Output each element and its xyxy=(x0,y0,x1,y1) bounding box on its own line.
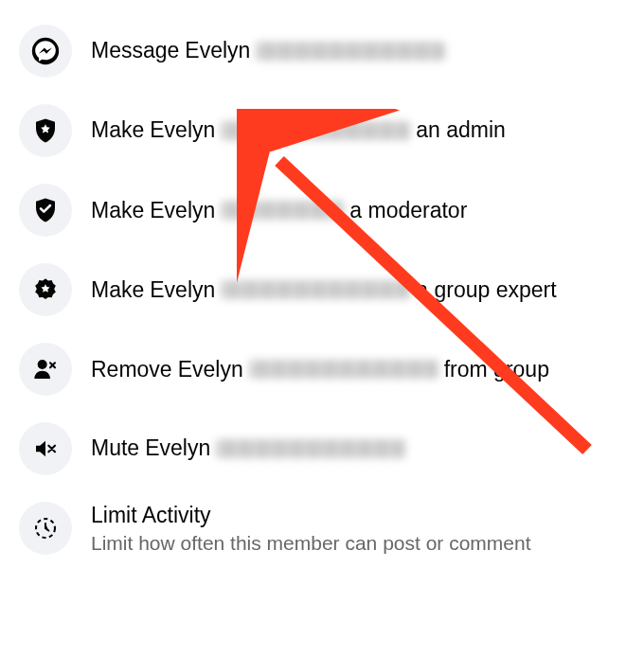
member-name: Evelyn xyxy=(185,37,250,65)
message-member-item[interactable]: Message Evelyn xyxy=(0,11,644,91)
redacted-surname xyxy=(221,201,344,220)
mute-member-item[interactable]: Mute Evelyn xyxy=(0,409,644,488)
redacted-surname xyxy=(256,42,445,61)
member-actions-menu: Message Evelyn Make Evelyn an admin Make… xyxy=(0,0,644,579)
member-name: Evelyn xyxy=(145,435,210,463)
moderator-suffix: a moderator xyxy=(349,198,467,223)
remove-member-item[interactable]: Remove Evelyn from group xyxy=(0,329,644,409)
shield-check-icon xyxy=(19,184,72,237)
redacted-surname xyxy=(221,280,410,299)
message-prefix: Message xyxy=(91,37,179,65)
limit-activity-item[interactable]: Limit Activity Limit how often this memb… xyxy=(0,488,644,568)
make-expert-item[interactable]: Make Evelyn a group expert xyxy=(0,250,644,329)
badge-star-icon xyxy=(19,263,72,316)
member-name: Evelyn xyxy=(150,277,215,303)
messenger-icon xyxy=(19,25,72,78)
make-admin-item[interactable]: Make Evelyn an admin xyxy=(0,91,644,170)
member-name: Evelyn xyxy=(150,116,215,145)
remove-prefix: Remove xyxy=(91,357,172,382)
admin-suffix: an admin xyxy=(416,116,506,145)
person-x-icon xyxy=(19,343,72,396)
speaker-mute-icon xyxy=(19,422,72,475)
limit-title: Limit Activity xyxy=(91,503,531,528)
remove-suffix: from group xyxy=(444,357,549,382)
shield-star-icon xyxy=(19,104,72,157)
redacted-surname xyxy=(216,439,405,458)
expert-prefix: Make xyxy=(91,277,144,303)
expert-suffix: a group expert xyxy=(416,277,556,303)
redacted-surname xyxy=(249,360,438,379)
admin-prefix: Make xyxy=(91,116,144,145)
moderator-prefix: Make xyxy=(91,198,144,223)
limit-subtitle: Limit how often this member can post or … xyxy=(91,532,531,555)
mute-prefix: Mute xyxy=(91,435,139,463)
svg-point-1 xyxy=(38,360,47,369)
redacted-surname xyxy=(221,121,410,140)
member-name: Evelyn xyxy=(150,198,215,223)
make-moderator-item[interactable]: Make Evelyn a moderator xyxy=(0,170,644,250)
clock-dashed-icon xyxy=(19,502,72,555)
member-name: Evelyn xyxy=(178,357,243,382)
